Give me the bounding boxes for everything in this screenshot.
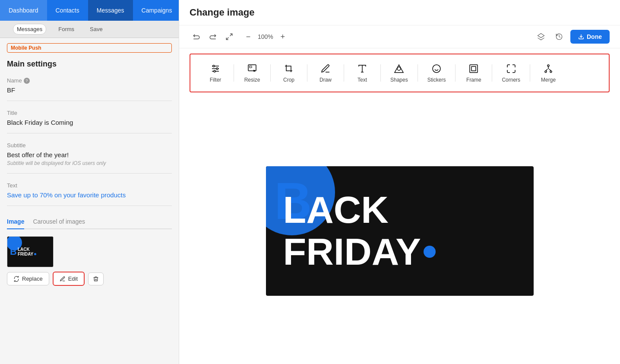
tab-image[interactable]: Image [7,215,24,229]
left-panel: Dashboard Contacts Messages Campaigns Me… [0,0,179,364]
field-text-label: Text [7,182,172,189]
tool-shapes[interactable]: Shapes [384,60,414,86]
done-button[interactable]: Done [570,30,610,44]
right-header: Change image [179,0,620,25]
tool-corners[interactable]: Corners [496,60,526,86]
page-title: Change image [190,7,254,18]
black-word: LACK [283,189,436,231]
mobile-push-badge: Mobile Push [7,43,172,53]
svg-rect-21 [471,66,476,71]
image-preview: B LACK FRIDAY [266,166,534,296]
frame-label: Frame [466,77,481,83]
layers-button[interactable] [534,30,548,44]
frame-icon [468,63,479,74]
svg-line-0 [230,34,232,36]
stickers-icon [431,63,442,74]
stickers-label: Stickers [427,77,446,83]
history-button[interactable] [552,30,566,44]
field-name-value: BF [7,86,172,94]
zoom-plus-label: + [281,32,285,41]
field-text-value: Save up to 70% on your favorite products [7,191,172,199]
tool-crop[interactable]: Crop [274,60,304,86]
tool-separator-9 [530,64,530,82]
toolbar-row: − 100% + Done [179,25,620,48]
field-title-value: Black Friday is Coming [7,119,172,126]
black-text: LACK FRIDAY [283,189,436,273]
right-panel: Change image − 100% + [179,0,620,364]
edit-button[interactable]: Edit [53,272,85,286]
zoom-in-button[interactable]: + [276,30,290,44]
svg-point-16 [397,67,401,70]
shapes-icon [393,63,405,74]
field-subtitle-label: Subtitle [7,142,172,149]
tools-bar: Filter Resize Crop Draw [190,54,610,92]
friday-row: FRIDAY [283,231,436,273]
corners-label: Corners [502,77,520,83]
thumbnail-preview: B LACK FRIDAY [7,237,53,267]
filter-label: Filter [210,77,221,83]
svg-line-26 [546,69,547,71]
delete-button[interactable] [88,272,104,285]
tool-separator-1 [234,64,234,82]
top-nav: Dashboard Contacts Messages Campaigns [0,0,179,21]
subtitle-note: Subtitle will be displayed for iOS users… [7,160,172,166]
nav-dashboard[interactable]: Dashboard [0,0,47,21]
tool-resize[interactable]: Resize [237,60,267,86]
svg-point-17 [433,65,440,73]
tool-separator-7 [455,64,456,82]
tool-draw[interactable]: Draw [311,60,340,86]
svg-point-10 [214,70,215,72]
tool-separator-5 [380,64,381,82]
zoom-out-button[interactable]: − [241,30,255,44]
filter-icon [210,63,221,74]
image-thumbnail: B LACK FRIDAY [7,236,54,267]
tool-merge[interactable]: Merge [534,60,563,86]
svg-rect-20 [470,65,478,73]
subnav-messages[interactable]: Messages [13,24,46,35]
svg-point-22 [547,65,549,66]
redo-button[interactable] [206,30,220,44]
done-label: Done [587,33,602,40]
toolbar-right: Done [534,30,610,44]
edit-label: Edit [68,275,78,282]
field-subtitle: Subtitle Best offer of the year! Subtitl… [7,142,172,174]
svg-point-23 [545,71,547,73]
tool-separator-6 [418,64,418,82]
undo-icon [193,33,200,41]
tool-stickers[interactable]: Stickers [421,60,452,86]
field-name-label: Name ? [7,77,172,84]
svg-marker-15 [395,65,403,73]
history-icon [555,33,563,41]
undo-button[interactable] [190,30,203,44]
field-name: Name ? BF [7,77,172,101]
tool-text[interactable]: Text [348,60,377,86]
text-label: Text [357,77,367,83]
subnav-save[interactable]: Save [86,24,106,34]
layers-icon [537,33,545,41]
tool-separator-2 [270,64,271,82]
redo-icon [209,33,217,41]
expand-button[interactable] [222,30,236,44]
resize-label: Resize [244,77,260,83]
draw-icon [320,63,331,74]
tool-filter[interactable]: Filter [201,60,230,86]
section-title: Main settings [7,60,172,69]
zoom-value: 100% [258,33,273,40]
replace-button[interactable]: Replace [7,272,49,285]
name-help-icon[interactable]: ? [24,78,30,84]
nav-messages[interactable]: Messages [88,0,133,21]
svg-point-24 [550,71,552,73]
nav-contacts[interactable]: Contacts [47,0,88,21]
merge-label: Merge [541,77,556,83]
nav-campaigns[interactable]: Campaigns [133,0,181,21]
tool-frame[interactable]: Frame [459,60,488,86]
subnav-forms[interactable]: Forms [55,24,78,34]
zoom-controls: − 100% + [241,30,290,44]
merge-icon [543,63,554,74]
tool-separator-8 [492,64,492,82]
crop-icon [283,63,294,74]
tab-carousel[interactable]: Carousel of images [33,215,85,229]
svg-line-27 [549,69,551,71]
edit-icon [60,276,66,282]
download-icon [578,34,584,40]
